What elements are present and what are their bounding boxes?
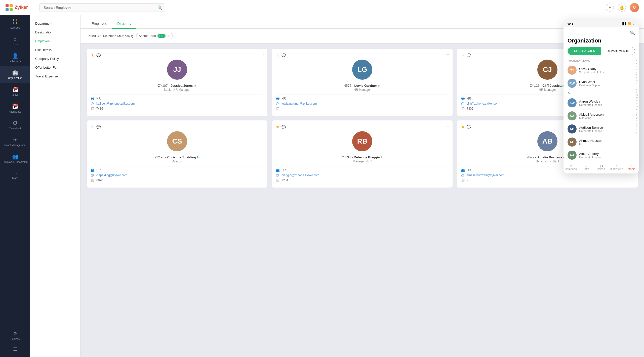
employee-card[interactable]: ★ 💬 ··· JJ ZY107 - Jessica Jones In Seni… xyxy=(87,49,268,116)
sidebar-item-selfservice[interactable]: 👤 Self-service xyxy=(0,49,30,66)
subnav-offer[interactable]: Offer Letter Form xyxy=(30,63,80,72)
mobile-footer-feeds[interactable]: 💬FEEDS xyxy=(594,164,609,171)
subnav-expense[interactable]: Travel Expense xyxy=(30,72,80,81)
mobile-alpha-letter[interactable]: Z xyxy=(636,131,638,134)
chat-icon[interactable]: 💬 xyxy=(96,53,101,57)
mobile-alpha-letter[interactable]: N xyxy=(636,97,638,100)
more-dots-icon[interactable]: ··· xyxy=(261,124,264,128)
chat-icon[interactable]: 💬 xyxy=(281,53,286,57)
user-avatar[interactable]: U xyxy=(630,3,639,12)
star-icon[interactable]: ☆ xyxy=(276,53,279,58)
mobile-alpha-letter[interactable]: E xyxy=(636,71,638,74)
mobile-footer-services[interactable]: ⬡SERVICES xyxy=(564,164,579,171)
mobile-item-name-ryan: Ryan West xyxy=(579,80,635,84)
subnav-employee[interactable]: Employee xyxy=(30,37,80,46)
email-link[interactable]: amelia.burrows@zylker.com xyxy=(467,173,504,177)
email-link[interactable]: lewis.gardner@zylker.com xyxy=(281,102,317,105)
mobile-tab-colleagues[interactable]: COLLEAGUES xyxy=(568,47,601,55)
tab-employee[interactable]: Employee xyxy=(87,19,112,29)
mobile-footer-home[interactable]: ⌂HOME xyxy=(579,164,594,171)
mobile-signal: ▐▌▌ xyxy=(622,22,627,25)
more-dots-icon[interactable]: ··· xyxy=(261,52,264,57)
mobile-footer-approvals[interactable]: ⏱APPROVALS xyxy=(609,164,624,171)
mobile-alpha-letter[interactable]: H xyxy=(636,80,638,82)
mobile-alpha-letter[interactable]: M xyxy=(636,94,638,97)
tab-directory[interactable]: Directory xyxy=(112,19,136,29)
mobile-colleague-item[interactable]: AB Addison Bernice Corporate Finance xyxy=(564,122,639,136)
sidebar-item-more[interactable]: ··· More xyxy=(0,167,30,183)
email-link[interactable]: cliff@zphone.zylker.com xyxy=(467,102,499,105)
star-icon[interactable]: ★ xyxy=(91,53,94,58)
employee-card[interactable]: ★ 💬 ··· RB ZY134 - Rebecca Biaggio In Ma… xyxy=(272,120,453,188)
search-bar[interactable]: 🔍 xyxy=(39,3,165,12)
chat-icon[interactable]: 💬 xyxy=(281,125,286,129)
mobile-alpha-letter[interactable]: L xyxy=(636,91,638,94)
sidebar-item-attendance[interactable]: 📆 Attendance xyxy=(0,100,30,117)
mobile-back-icon[interactable]: ← xyxy=(568,30,572,35)
mobile-list-item-olivia[interactable]: OS Olivia Stacy Support central plus xyxy=(564,64,639,77)
search-icon[interactable]: 🔍 xyxy=(157,5,163,10)
email-link[interactable]: biaggio@zphone.zylker.com xyxy=(281,173,319,177)
mobile-alpha-letter[interactable]: P xyxy=(636,103,638,105)
mobile-search-icon[interactable]: 🔍 xyxy=(630,30,635,35)
mobile-colleague-item[interactable]: AW Aaron Welsley Corporate Finance xyxy=(564,96,639,109)
star-icon[interactable]: ★ xyxy=(461,124,465,129)
mobile-alpha-letter[interactable]: O xyxy=(636,100,638,102)
mobile-alpha-letter[interactable]: Y xyxy=(636,128,638,131)
mobile-alpha-letter[interactable]: X xyxy=(636,125,638,128)
employee-card[interactable]: ☆ 💬 ··· CS ZY198 - Christine Spalding In… xyxy=(87,120,268,188)
mobile-alpha-letter[interactable]: F xyxy=(636,74,638,76)
star-icon[interactable]: ★ xyxy=(276,124,279,129)
chat-icon[interactable]: 💬 xyxy=(96,125,101,129)
mobile-alpha-letter[interactable]: V xyxy=(636,120,638,122)
svg-rect-1 xyxy=(10,4,13,7)
star-icon[interactable]: ☆ xyxy=(91,124,94,129)
mobile-alpha-letter[interactable]: S xyxy=(636,111,638,114)
mobile-colleague-item[interactable]: AH Ahmed Hussain IT xyxy=(564,136,639,149)
mobile-list-item-ryan[interactable]: RW Ryan West Customer Support xyxy=(564,77,639,90)
mobile-alpha-letter[interactable]: C xyxy=(636,65,638,68)
mobile-alpha-letter[interactable]: J xyxy=(636,85,638,88)
search-term-close[interactable]: ✕ xyxy=(167,34,170,38)
chat-icon[interactable]: 💬 xyxy=(467,53,471,57)
mobile-alpha-letter[interactable]: T xyxy=(636,114,638,117)
mobile-alpha-letter[interactable]: A xyxy=(636,60,638,62)
mobile-alpha-letter[interactable]: U xyxy=(636,117,638,119)
mobile-footer-more[interactable]: ☰MORE xyxy=(624,164,639,171)
mobile-alpha-letter[interactable]: B xyxy=(636,63,638,65)
subnav-policy[interactable]: Company Policy xyxy=(30,54,80,63)
sidebar-item-onboarding[interactable]: 👥 Employee Onboarding xyxy=(0,150,30,167)
employee-card[interactable]: ☆ 💬 ··· LG 4576 - Lewis Gardner In HR Ma… xyxy=(272,49,453,116)
search-input[interactable] xyxy=(39,3,165,12)
sidebar-item-organization[interactable]: 🏢 Organization xyxy=(0,66,30,83)
email-link[interactable]: c.spalding@zylker.com xyxy=(96,173,127,177)
sidebar-item-settings[interactable]: ⚙ Settings xyxy=(9,327,22,344)
mobile-colleague-item[interactable]: AA Abigail Anderson Marketing xyxy=(564,109,639,122)
sidebar-item-home[interactable]: ⌂ Home xyxy=(0,33,30,49)
mobile-alpha-letter[interactable]: R xyxy=(636,108,638,111)
subnav-department[interactable]: Department xyxy=(30,19,80,28)
more-dots-icon[interactable]: ··· xyxy=(446,52,449,57)
subnav-exit[interactable]: Exit Details xyxy=(30,46,80,54)
hamburger-icon[interactable]: ☰ xyxy=(13,346,17,352)
sidebar-item-services[interactable]: Services xyxy=(0,15,30,33)
mobile-alpha-letter[interactable]: W xyxy=(636,123,638,125)
email-link[interactable]: kalliden@zphone.zylker.com xyxy=(96,102,135,105)
mobile-tab-departments[interactable]: DEPARTMENTS xyxy=(601,47,635,55)
add-icon[interactable]: ＋ xyxy=(606,4,614,12)
sidebar-item-timesheet[interactable]: ⏱ Timesheet xyxy=(0,117,30,133)
chat-icon[interactable]: 💬 xyxy=(467,125,471,129)
mobile-alpha-letter[interactable]: G xyxy=(636,77,638,79)
sidebar-item-travel[interactable]: ✈ Travel Management xyxy=(0,133,30,150)
subnav-designation[interactable]: Designation xyxy=(30,28,80,37)
search-term-tag[interactable]: Search Term HR ✕ xyxy=(136,33,173,39)
mobile-alpha-letter[interactable]: Q xyxy=(636,106,638,108)
more-dots-icon[interactable]: ··· xyxy=(446,124,449,128)
mobile-alpha-letter[interactable]: K xyxy=(636,88,638,91)
star-icon[interactable]: ☆ xyxy=(461,53,465,58)
mobile-colleague-item[interactable]: AA Albert Audrey Corporate Finance xyxy=(564,149,639,162)
mobile-alpha-letter[interactable]: D xyxy=(636,68,638,71)
mobile-alpha-letter[interactable]: I xyxy=(636,83,638,85)
bell-icon[interactable]: 🔔 xyxy=(618,4,626,12)
sidebar-item-leave[interactable]: 📅 Leave xyxy=(0,83,30,100)
